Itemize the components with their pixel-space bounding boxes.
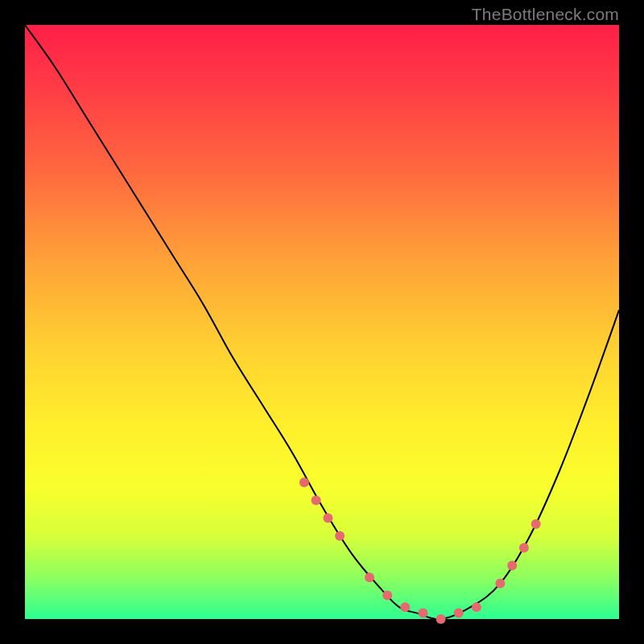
highlight-point	[323, 514, 332, 523]
highlight-point	[312, 495, 321, 505]
highlight-point	[454, 609, 464, 618]
watermark-text: TheBottleneck.com	[472, 5, 619, 24]
bottleneck-curve	[25, 25, 619, 619]
highlight-point	[507, 561, 517, 571]
highlight-point	[495, 579, 505, 588]
highlight-point	[419, 609, 428, 618]
highlight-points	[299, 477, 541, 624]
chart-stage: TheBottleneck.com	[0, 0, 644, 644]
highlight-point	[531, 519, 541, 529]
highlight-point	[519, 543, 529, 552]
highlight-point	[472, 602, 481, 612]
highlight-point	[436, 614, 446, 624]
highlight-point	[335, 531, 345, 541]
highlight-point	[400, 602, 410, 612]
chart-overlay	[25, 25, 619, 619]
highlight-point	[365, 572, 374, 582]
highlight-point	[382, 591, 392, 601]
highlight-point	[299, 477, 309, 487]
